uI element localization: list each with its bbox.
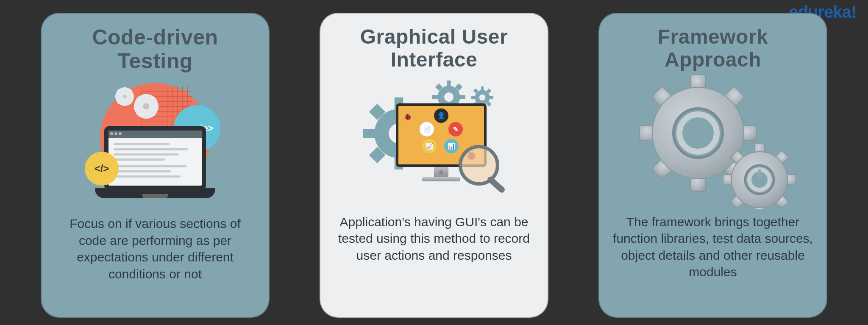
card-title: Code-driven Testing xyxy=(55,25,255,73)
card-illustration: 👤 📄 ✎ 📈 📊 🐞 🐞 xyxy=(334,74,534,209)
svg-rect-13 xyxy=(153,105,159,108)
mini-doc-icon: 📄 xyxy=(420,122,434,136)
svg-point-19 xyxy=(143,103,149,109)
svg-point-49 xyxy=(479,94,486,100)
card-description: Focus on if various sections of code are… xyxy=(55,215,255,282)
svg-point-1 xyxy=(123,95,127,99)
mini-user-icon: 👤 xyxy=(434,108,448,123)
tag-bubble-icon: </> xyxy=(85,152,119,186)
svg-rect-7 xyxy=(128,89,132,93)
card-description: Application's having GUI's can be tested… xyxy=(334,214,534,264)
magnifier-icon xyxy=(459,145,499,186)
svg-rect-11 xyxy=(145,114,148,119)
card-code-driven: Code-driven Testing <code> xyxy=(41,13,270,318)
card-illustration: <code> xyxy=(55,75,255,211)
svg-rect-9 xyxy=(128,100,132,104)
slide-stage: edureka! Code-driven Testing <code> xyxy=(0,0,868,325)
svg-rect-2 xyxy=(124,87,125,91)
card-title: Framework Approach xyxy=(613,25,813,71)
laptop-icon xyxy=(104,126,206,198)
card-gui: Graphical User Interface 👤 xyxy=(320,13,548,318)
mini-analytics-icon: 📊 xyxy=(444,139,459,153)
svg-rect-74 xyxy=(758,169,761,178)
svg-rect-3 xyxy=(124,103,125,106)
gear-icon xyxy=(115,87,134,106)
svg-rect-12 xyxy=(134,105,139,108)
card-illustration xyxy=(613,74,813,209)
card-title: Graphical User Interface xyxy=(334,25,534,71)
svg-rect-10 xyxy=(145,94,148,99)
svg-rect-8 xyxy=(117,100,121,104)
card-description: The framework brings together function l… xyxy=(613,214,813,281)
mini-chart-icon: 📈 xyxy=(422,139,437,153)
svg-rect-5 xyxy=(131,96,134,97)
mini-edit-icon: ✎ xyxy=(448,122,463,136)
svg-rect-6 xyxy=(117,89,121,93)
card-framework: Framework Approach xyxy=(598,13,827,318)
gear-icon xyxy=(134,94,159,119)
svg-point-39 xyxy=(444,92,453,102)
bug-icon: 🐞 xyxy=(403,113,412,121)
svg-rect-4 xyxy=(115,96,119,97)
gears-icon xyxy=(624,74,802,209)
